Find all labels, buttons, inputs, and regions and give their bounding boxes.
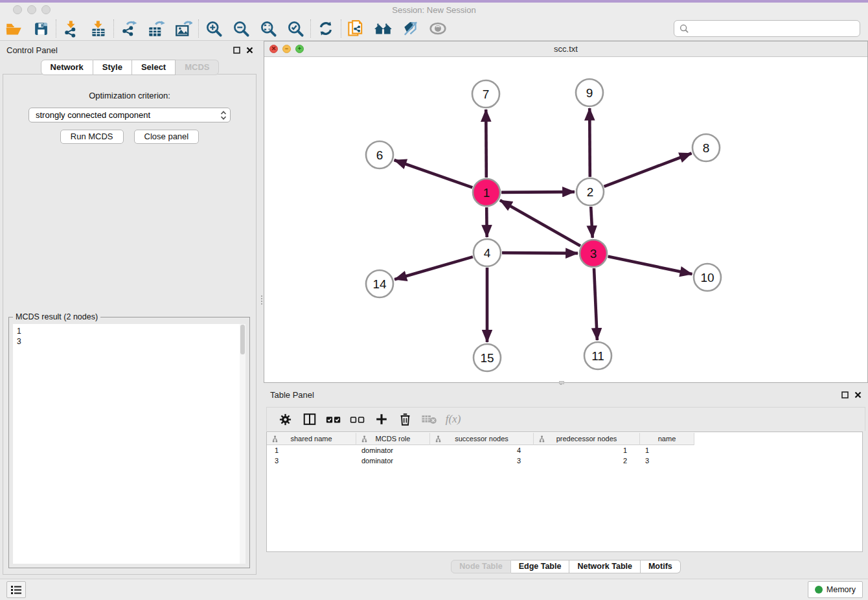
edge-1-4[interactable] bbox=[486, 207, 487, 237]
deselect-all-rows-button[interactable] bbox=[345, 410, 369, 429]
export-network-button[interactable] bbox=[115, 18, 143, 39]
result-scrollbar[interactable] bbox=[240, 324, 246, 564]
edge-3-1[interactable] bbox=[500, 200, 580, 246]
cell-successor-nodes[interactable]: 4 bbox=[430, 445, 534, 456]
tab-edge-table[interactable]: Edge Table bbox=[511, 560, 570, 573]
search-input[interactable] bbox=[693, 24, 860, 34]
tab-mcds[interactable]: MCDS bbox=[176, 60, 219, 75]
memory-status-icon bbox=[815, 586, 823, 594]
table-settings-button[interactable] bbox=[273, 410, 297, 429]
birdseye-view-button[interactable] bbox=[424, 18, 451, 39]
run-mcds-button[interactable]: Run MCDS bbox=[60, 130, 124, 144]
result-scrollbar-thumb[interactable] bbox=[240, 325, 245, 354]
apply-function-button[interactable]: f(x) bbox=[441, 410, 465, 429]
export-table-button[interactable] bbox=[143, 18, 170, 39]
table-row[interactable]: 3dominator323 bbox=[267, 456, 862, 466]
node-table[interactable]: shared nameMCDS rolesuccessor nodesprede… bbox=[266, 432, 863, 552]
zoom-selected-button[interactable] bbox=[282, 18, 309, 39]
criterion-dropdown[interactable]: strongly connected component bbox=[29, 108, 231, 122]
open-session-button[interactable] bbox=[0, 18, 27, 39]
network-window: ✕ − + scc.txt 7968124314101511 bbox=[264, 41, 868, 383]
edge-3-10[interactable] bbox=[608, 257, 692, 274]
column-header-name[interactable]: name bbox=[640, 433, 694, 445]
tab-network-table[interactable]: Network Table bbox=[569, 560, 641, 573]
node-1[interactable]: 1 bbox=[473, 179, 500, 206]
cybrowser-home-button[interactable] bbox=[370, 18, 397, 39]
tab-motifs[interactable]: Motifs bbox=[641, 560, 681, 573]
toolbar-separator bbox=[113, 19, 114, 38]
task-history-button[interactable] bbox=[6, 581, 26, 598]
edge-1-7[interactable] bbox=[486, 110, 486, 178]
close-panel-button[interactable]: Close panel bbox=[134, 130, 200, 144]
zoom-out-button[interactable] bbox=[227, 18, 255, 39]
edge-2-8[interactable] bbox=[604, 154, 692, 187]
close-table-panel-icon[interactable] bbox=[854, 391, 862, 398]
edge-4-3[interactable] bbox=[502, 253, 578, 253]
node-11[interactable]: 11 bbox=[584, 342, 611, 369]
table-toolbar: f(x) bbox=[266, 407, 865, 431]
cell-predecessor-nodes[interactable]: 1 bbox=[534, 445, 640, 456]
node-9[interactable]: 9 bbox=[576, 79, 603, 106]
node-4[interactable]: 4 bbox=[474, 239, 501, 266]
zoom-in-icon bbox=[205, 20, 223, 38]
tab-node-table[interactable]: Node Table bbox=[451, 560, 510, 573]
column-header-successor-nodes[interactable]: successor nodes bbox=[430, 433, 534, 445]
cell-shared-name[interactable]: 3 bbox=[267, 456, 356, 466]
select-all-rows-button[interactable] bbox=[321, 410, 345, 429]
zoom-in-button[interactable] bbox=[200, 18, 227, 39]
criterion-value: strongly connected component bbox=[36, 110, 150, 120]
cell-successor-nodes[interactable]: 3 bbox=[430, 456, 534, 466]
save-session-button[interactable] bbox=[27, 18, 54, 39]
cell-name[interactable]: 3 bbox=[640, 456, 694, 466]
zoom-fit-button[interactable] bbox=[255, 18, 282, 39]
cell-MCDS-role[interactable]: dominator bbox=[356, 456, 430, 466]
network-window-titlebar[interactable]: ✕ − + scc.txt bbox=[264, 41, 867, 57]
float-table-panel-icon[interactable] bbox=[841, 391, 849, 398]
edge-2-9[interactable] bbox=[589, 108, 590, 177]
node-6[interactable]: 6 bbox=[366, 141, 393, 168]
node-2[interactable]: 2 bbox=[577, 178, 604, 205]
edge-3-11[interactable] bbox=[594, 268, 597, 340]
clone-network-button[interactable] bbox=[343, 18, 370, 39]
column-visibility-button[interactable] bbox=[297, 410, 321, 429]
memory-button[interactable]: Memory bbox=[808, 581, 863, 598]
node-15[interactable]: 15 bbox=[474, 344, 501, 371]
add-column-button[interactable] bbox=[369, 410, 393, 429]
table-row[interactable]: 1dominator411 bbox=[267, 445, 862, 456]
import-table-button[interactable] bbox=[85, 18, 112, 39]
import-network-button[interactable] bbox=[58, 18, 85, 39]
mcds-result-area[interactable]: 1 3 bbox=[13, 324, 246, 564]
cell-name[interactable]: 1 bbox=[640, 445, 694, 456]
import-network-icon bbox=[63, 20, 80, 38]
float-panel-icon[interactable] bbox=[233, 47, 240, 54]
cell-predecessor-nodes[interactable]: 2 bbox=[534, 456, 640, 466]
tab-network[interactable]: Network bbox=[41, 60, 93, 75]
delete-table-button[interactable] bbox=[417, 410, 441, 429]
node-3[interactable]: 3 bbox=[580, 240, 607, 267]
network-graph[interactable]: 7968124314101511 bbox=[264, 57, 867, 382]
tab-style[interactable]: Style bbox=[93, 60, 132, 75]
control-panel: Control Panel Network Style Select MCDS … bbox=[0, 41, 260, 579]
column-header-MCDS-role[interactable]: MCDS role bbox=[356, 433, 430, 445]
node-8[interactable]: 8 bbox=[692, 134, 720, 161]
toggle-labels-button[interactable] bbox=[397, 18, 424, 39]
node-14[interactable]: 14 bbox=[366, 270, 393, 297]
cell-shared-name[interactable]: 1 bbox=[267, 445, 356, 456]
node-10[interactable]: 10 bbox=[694, 264, 721, 291]
edge-2-3[interactable] bbox=[591, 207, 593, 238]
delete-columns-button[interactable] bbox=[393, 410, 417, 429]
cell-MCDS-role[interactable]: dominator bbox=[356, 445, 430, 456]
close-panel-icon[interactable] bbox=[246, 47, 253, 54]
toolbar-separator bbox=[198, 19, 199, 38]
memory-label: Memory bbox=[827, 585, 856, 594]
refresh-layout-button[interactable] bbox=[312, 18, 339, 39]
column-header-shared-name[interactable]: shared name bbox=[267, 433, 356, 445]
node-7[interactable]: 7 bbox=[472, 80, 499, 108]
tab-select[interactable]: Select bbox=[132, 60, 176, 75]
edge-4-14[interactable] bbox=[394, 257, 473, 279]
edge-1-6[interactable] bbox=[394, 160, 473, 187]
column-header-predecessor-nodes[interactable]: predecessor nodes bbox=[534, 433, 640, 445]
search-field[interactable] bbox=[674, 20, 860, 37]
edge-1-2[interactable] bbox=[501, 192, 575, 192]
export-image-button[interactable] bbox=[170, 18, 197, 39]
